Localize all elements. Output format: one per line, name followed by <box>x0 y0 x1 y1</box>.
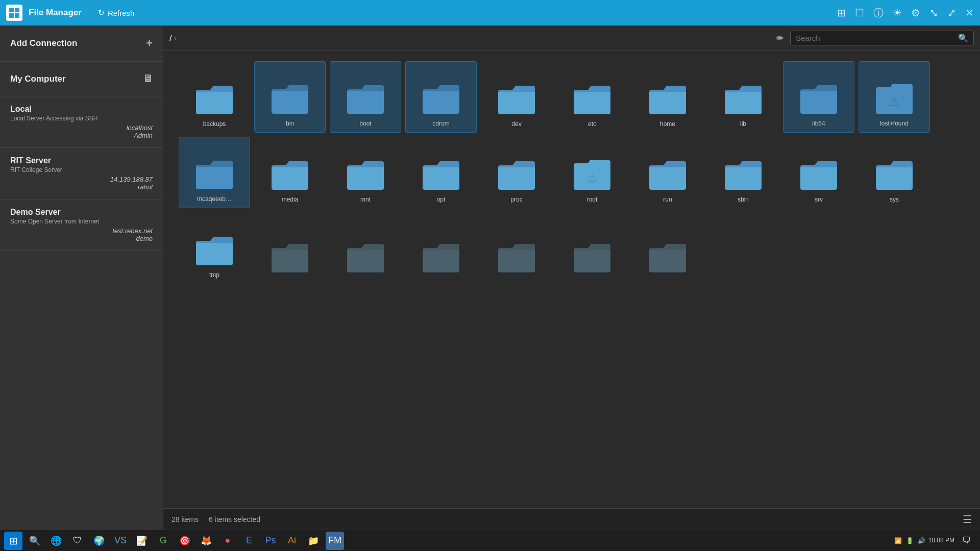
my-computer-item[interactable]: My Computer 🖥 <box>0 62 163 96</box>
taskbar-shield[interactable]: 🛡 <box>68 532 87 550</box>
menu-icon[interactable]: ☰ <box>963 513 972 525</box>
close-icon[interactable]: ✕ <box>965 7 974 19</box>
taskbar-todo[interactable]: 📝 <box>133 532 151 550</box>
file-item[interactable] <box>405 212 477 284</box>
taskbar-target[interactable]: 🎯 <box>176 532 194 550</box>
start-button[interactable]: ⊞ <box>4 532 22 550</box>
folder-icon <box>798 80 839 116</box>
file-label: mcaqeeeb… <box>197 195 232 203</box>
collapse-icon[interactable]: ⤡ <box>929 7 938 19</box>
main-panel: / › ✏ 🔍 backups bin boot cdrom dev etc <box>163 26 980 530</box>
refresh-button[interactable]: ↻ Refresh <box>98 8 135 17</box>
search-box: 🔍 <box>790 31 974 45</box>
file-label: cdrom <box>432 120 449 127</box>
grid-icon[interactable]: ⊞ <box>837 7 846 19</box>
search-icon[interactable]: 🔍 <box>958 33 968 43</box>
folder-icon: ⚠ <box>874 80 915 116</box>
file-item[interactable]: lib <box>707 61 779 133</box>
file-label: media <box>282 196 299 203</box>
monitor-icon: 🖥 <box>142 73 153 85</box>
file-item[interactable]: dev <box>481 61 552 133</box>
file-item[interactable] <box>254 212 326 284</box>
file-item[interactable]: mcaqeeeb… <box>179 137 250 208</box>
file-item[interactable]: opt <box>405 137 477 208</box>
sidebar-item-demo[interactable]: Demo Server Some Open Server from Intern… <box>0 199 163 251</box>
folder-icon <box>798 156 839 192</box>
folder-icon <box>270 156 310 192</box>
notification-icon[interactable]: 🗨 <box>958 532 976 550</box>
maximize-icon[interactable]: ⤢ <box>947 7 956 19</box>
main-layout: Add Connection + My Computer 🖥 Local Loc… <box>0 26 980 530</box>
taskbar-browser1[interactable]: 🌐 <box>47 532 65 550</box>
breadcrumb: / › <box>169 33 177 43</box>
file-item[interactable]: bin <box>254 61 326 133</box>
folder-icon <box>723 81 764 116</box>
taskbar-ai[interactable]: Ai <box>283 532 301 550</box>
file-label: srv <box>815 196 823 203</box>
sidebar-item-local[interactable]: Local Local Server Accessing via SSH loc… <box>0 96 163 148</box>
file-item[interactable] <box>330 212 401 284</box>
battery-icon: 🔋 <box>906 537 914 544</box>
file-label: boot <box>359 120 371 127</box>
file-item[interactable]: cdrom <box>405 61 477 133</box>
systray: 📶 🔋 🔊 <box>894 537 925 544</box>
edit-icon[interactable]: ✏ <box>774 31 786 46</box>
file-item[interactable]: backups <box>179 61 250 133</box>
taskbar-filemanager[interactable]: FM <box>326 532 344 550</box>
file-item[interactable] <box>632 212 703 284</box>
folder-icon <box>874 156 915 192</box>
file-item[interactable]: proc <box>481 137 552 208</box>
sidebar-item-rit[interactable]: RIT Server RIT College Server 14.139.188… <box>0 148 163 199</box>
file-item[interactable]: sbin <box>707 137 779 208</box>
folder-icon <box>421 239 461 274</box>
file-item[interactable]: mnt <box>330 137 401 208</box>
taskbar-firefox[interactable]: 🦊 <box>197 532 215 550</box>
file-item[interactable] <box>481 212 552 284</box>
file-label: root <box>587 196 598 203</box>
file-item[interactable]: sys <box>859 137 930 208</box>
file-item[interactable]: ⚠ lost+found <box>859 61 930 133</box>
taskbar-vscode[interactable]: VS <box>111 532 130 550</box>
file-item[interactable]: home <box>632 61 703 133</box>
file-item[interactable]: tmp <box>179 212 250 284</box>
file-label: proc <box>510 196 522 203</box>
file-item[interactable] <box>556 212 628 284</box>
taskbar-globe[interactable]: 🌍 <box>90 532 108 550</box>
search-input[interactable] <box>796 34 954 42</box>
file-item[interactable]: boot <box>330 61 401 133</box>
taskbar-red[interactable]: ● <box>218 532 237 550</box>
file-label: mnt <box>360 196 371 203</box>
settings-icon[interactable]: ⚙ <box>911 7 920 19</box>
folder-icon <box>496 81 537 116</box>
clock: 10:08 PM <box>928 536 954 545</box>
path-root: / <box>169 33 172 43</box>
folder-icon <box>270 80 310 116</box>
svg-text:⚠: ⚠ <box>889 95 899 108</box>
file-label: run <box>663 196 672 203</box>
add-connection-button[interactable]: Add Connection + <box>0 26 163 62</box>
svg-rect-2 <box>9 13 14 18</box>
taskbar-folder[interactable]: 📁 <box>304 532 323 550</box>
taskbar-ps[interactable]: Ps <box>261 532 280 550</box>
taskbar-green[interactable]: G <box>154 532 173 550</box>
file-item[interactable]: srv <box>783 137 854 208</box>
folder-icon <box>647 156 688 192</box>
info-icon[interactable]: ⓘ <box>873 6 884 20</box>
taskbar-search[interactable]: 🔍 <box>26 532 44 550</box>
file-item[interactable]: lib64 <box>783 61 854 133</box>
svg-rect-3 <box>15 13 19 18</box>
folder-icon <box>421 156 461 192</box>
window-icon[interactable]: ☐ <box>855 7 864 19</box>
file-label: backups <box>203 120 226 128</box>
file-item[interactable]: media <box>254 137 326 208</box>
folder-icon <box>647 81 688 116</box>
file-label: etc <box>588 120 596 128</box>
file-item[interactable]: run <box>632 137 703 208</box>
folder-icon <box>194 156 235 191</box>
taskbar-edge[interactable]: E <box>240 532 258 550</box>
file-label: opt <box>437 196 446 203</box>
sun-icon[interactable]: ☀ <box>893 7 902 19</box>
folder-icon <box>345 80 386 116</box>
file-item[interactable]: ⚠ root <box>556 137 628 208</box>
file-item[interactable]: etc <box>556 61 628 133</box>
